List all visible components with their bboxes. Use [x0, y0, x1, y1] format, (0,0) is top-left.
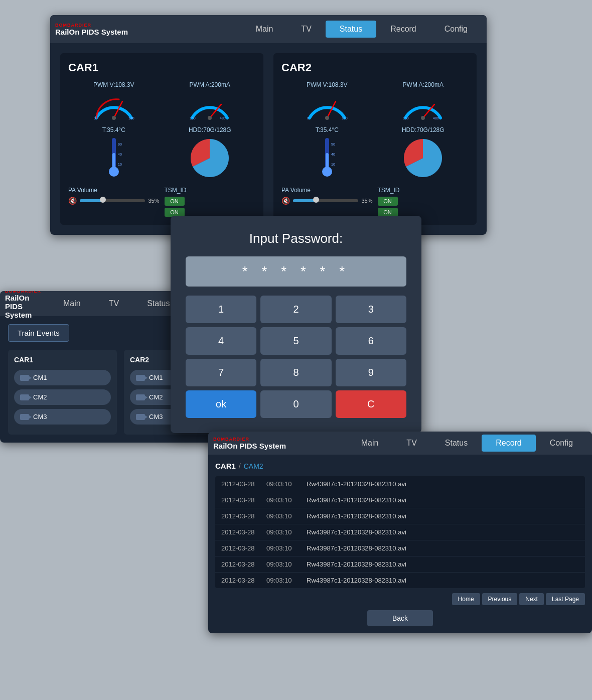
svg-rect-24 — [326, 153, 329, 168]
numpad-9[interactable]: 9 — [336, 359, 406, 386]
svg-rect-9 — [112, 153, 115, 168]
tab-config-w3[interactable]: Config — [536, 435, 587, 452]
back-button-row: Back — [215, 610, 585, 626]
file-name: Rw43987c1-20120328-082310.avi — [307, 561, 579, 568]
camera-icon-car2-cm1 — [136, 375, 145, 381]
car1-tsm-buttons: ON ON — [165, 197, 256, 217]
file-time: 09:03:10 — [266, 577, 307, 584]
window3-content: CAR1 / CAM2 2012-03-2809:03:10Rw43987c1-… — [208, 455, 592, 633]
camera-icon-car1-cm1 — [20, 375, 29, 381]
file-time: 09:03:10 — [266, 480, 307, 488]
car1-tsm-on1[interactable]: ON — [165, 197, 185, 206]
file-name: Rw43987c1-20120328-082310.avi — [307, 496, 579, 504]
svg-text:10: 10 — [118, 163, 122, 166]
numpad-2[interactable]: 2 — [260, 296, 331, 323]
car2-tsm-on1[interactable]: ON — [378, 197, 398, 206]
numpad-8[interactable]: 8 — [260, 359, 331, 386]
tab-tv-w2[interactable]: TV — [95, 295, 133, 312]
file-name: Rw43987c1-20120328-082310.avi — [307, 544, 579, 552]
numpad-5[interactable]: 5 — [260, 327, 331, 355]
brand-name: BOMBARDIER — [55, 23, 128, 28]
svg-text:0: 0 — [94, 116, 96, 120]
tab-tv-w1[interactable]: TV — [287, 21, 325, 38]
tab-main-w2[interactable]: Main — [49, 295, 95, 312]
file-time: 09:03:10 — [266, 544, 307, 552]
brand-logo: BOMBARDIER RailOn PIDS System — [55, 23, 128, 36]
car1-cm2-button[interactable]: CM2 — [14, 389, 111, 405]
car1-gauge-v: 0 140 — [68, 90, 160, 120]
window1-header: BOMBARDIER RailOn PIDS System Main TV St… — [50, 15, 487, 43]
car2-pct: 35% — [361, 198, 372, 204]
car1-cm3-button[interactable]: CM3 — [14, 409, 111, 425]
car2-slider-track[interactable] — [293, 199, 358, 202]
numpad-6[interactable]: 6 — [336, 327, 406, 355]
speaker-icon-car1: 🔇 — [68, 197, 77, 205]
car1-title: CAR1 — [68, 61, 255, 74]
svg-point-5 — [208, 116, 212, 120]
numpad-clear[interactable]: C — [336, 390, 406, 418]
svg-point-10 — [109, 167, 119, 177]
svg-text:90: 90 — [118, 143, 122, 146]
tab-tv-w3[interactable]: TV — [392, 435, 430, 452]
car1-title-w2: CAR1 — [14, 356, 111, 364]
brand-logo-w2: BOMBARDIER RailOn PIDS System — [5, 291, 41, 319]
file-row[interactable]: 2012-03-2809:03:10Rw43987c1-20120328-082… — [215, 524, 585, 540]
car2-temp: T:35.4°C 90 40 10 — [281, 126, 373, 181]
file-date: 2012-03-28 — [221, 577, 266, 584]
car2-panel: CAR2 PWM V:108.3V 0 140 P — [273, 53, 477, 225]
car1-pie — [165, 135, 256, 181]
nav-tabs-window1: Main TV Status Record Config — [242, 21, 482, 38]
page-home-button[interactable]: Home — [452, 593, 480, 605]
file-date: 2012-03-28 — [221, 480, 266, 488]
file-row[interactable]: 2012-03-2809:03:10Rw43987c1-20120328-082… — [215, 476, 585, 492]
numpad-ok[interactable]: ok — [186, 390, 256, 418]
numpad-3[interactable]: 3 — [336, 296, 406, 323]
file-date: 2012-03-28 — [221, 512, 266, 520]
file-row[interactable]: 2012-03-2809:03:10Rw43987c1-20120328-082… — [215, 573, 585, 588]
car1-temp: T:35.4°C 90 40 10 — [68, 126, 160, 181]
file-date: 2012-03-28 — [221, 561, 266, 568]
numpad-1[interactable]: 1 — [186, 296, 256, 323]
breadcrumb: CAR1 / CAM2 — [215, 462, 585, 470]
tab-main-w3[interactable]: Main — [347, 435, 393, 452]
window1-content: CAR1 PWM V:108.3V — [50, 43, 487, 235]
numpad-7[interactable]: 7 — [186, 359, 256, 386]
page-lastpage-button[interactable]: Last Page — [546, 593, 585, 605]
system-name-w3: RailOn PIDS System — [213, 442, 286, 450]
car1-gauge-a: 150 480 — [165, 90, 256, 120]
window-filelist: BOMBARDIER RailOn PIDS System Main TV St… — [208, 432, 592, 633]
numpad-0[interactable]: 0 — [260, 390, 331, 418]
svg-text:480: 480 — [220, 116, 226, 120]
svg-point-20 — [421, 116, 425, 120]
car2-slider-row: 🔇 35% — [281, 197, 373, 205]
breadcrumb-cam: CAM2 — [244, 462, 263, 470]
tab-status-w3[interactable]: Status — [431, 435, 482, 452]
tab-record-w3[interactable]: Record — [482, 435, 536, 452]
file-date: 2012-03-28 — [221, 496, 266, 504]
car2-pie — [378, 135, 469, 181]
back-button[interactable]: Back — [367, 610, 433, 626]
svg-text:40: 40 — [118, 153, 122, 156]
file-row[interactable]: 2012-03-2809:03:10Rw43987c1-20120328-082… — [215, 540, 585, 556]
password-dialog: Input Password: * * * * * * 1 2 3 4 5 6 … — [171, 216, 421, 433]
car1-cm1-button[interactable]: CM1 — [14, 370, 111, 385]
tab-main-w1[interactable]: Main — [242, 21, 287, 38]
camera-icon-car1-cm2 — [20, 394, 29, 400]
train-events-button[interactable]: Train Events — [8, 324, 69, 342]
file-row[interactable]: 2012-03-2809:03:10Rw43987c1-20120328-082… — [215, 508, 585, 524]
car1-slider-track[interactable] — [80, 199, 145, 202]
numpad: 1 2 3 4 5 6 7 8 9 ok 0 C — [186, 296, 406, 418]
tab-record-w1[interactable]: Record — [376, 21, 430, 38]
password-display: * * * * * * — [186, 256, 406, 287]
page-next-button[interactable]: Next — [519, 593, 544, 605]
file-row[interactable]: 2012-03-2809:03:10Rw43987c1-20120328-082… — [215, 556, 585, 573]
car1-pwm-v: PWM V:108.3V — [68, 81, 160, 120]
svg-text:10: 10 — [331, 163, 335, 166]
page-previous-button[interactable]: Previous — [482, 593, 518, 605]
tab-status-w1[interactable]: Status — [326, 21, 376, 38]
tab-config-w1[interactable]: Config — [430, 21, 482, 38]
numpad-4[interactable]: 4 — [186, 327, 256, 355]
car2-thermometer: 90 40 10 — [281, 135, 373, 181]
file-row[interactable]: 2012-03-2809:03:10Rw43987c1-20120328-082… — [215, 492, 585, 508]
password-title: Input Password: — [186, 231, 406, 246]
